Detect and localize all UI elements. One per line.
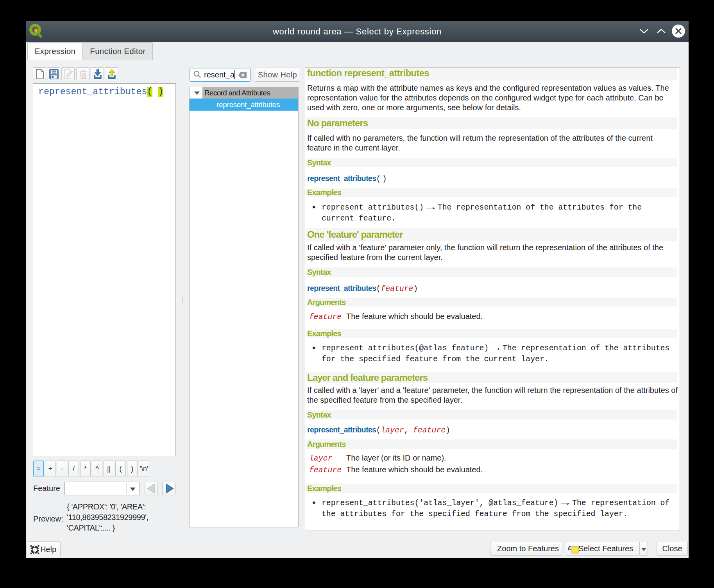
svg-text:ε: ε bbox=[568, 543, 571, 552]
